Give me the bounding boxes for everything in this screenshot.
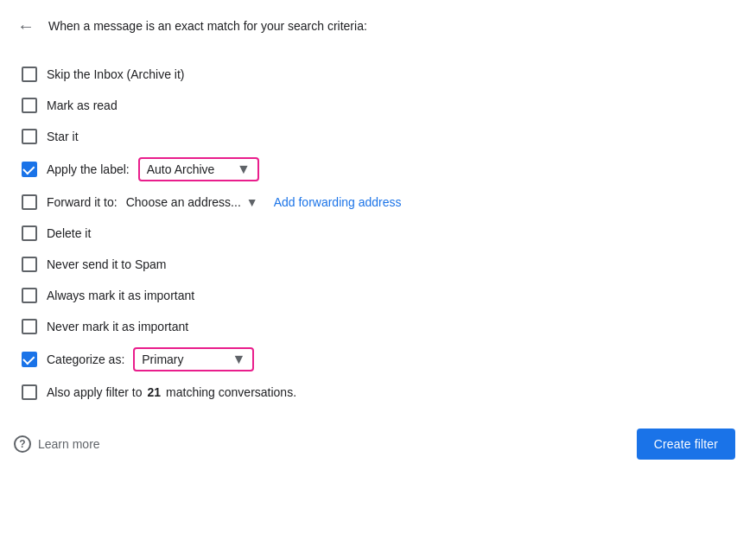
back-arrow-icon[interactable]: ← — [14, 14, 38, 38]
also-apply-label: Also apply filter to 21 matching convers… — [47, 385, 296, 399]
apply-label-text: Apply the label: — [47, 162, 130, 176]
categorize-as-select[interactable]: Primary ▼ — [133, 347, 254, 371]
never-important-checkbox[interactable] — [22, 319, 37, 334]
also-apply-checkbox-wrapper[interactable] — [21, 384, 38, 401]
header-description: When a message is an exact match for you… — [48, 19, 367, 33]
forward-it-label: Forward it to: — [47, 195, 118, 209]
forward-dropdown-icon: ▼ — [246, 195, 258, 209]
option-star-it: Star it — [21, 121, 735, 152]
mark-as-read-checkbox[interactable] — [22, 98, 37, 113]
learn-more-text: Learn more — [38, 437, 100, 451]
always-important-checkbox-wrapper[interactable] — [21, 287, 38, 304]
skip-inbox-checkbox[interactable] — [22, 67, 37, 82]
forward-row-content: Forward it to: Choose an address... ▼ Ad… — [47, 192, 402, 213]
header-row: ← When a message is an exact match for y… — [14, 14, 735, 38]
apply-label-checkbox[interactable] — [22, 162, 37, 177]
star-it-label: Star it — [47, 130, 79, 143]
categorize-as-checkbox[interactable] — [22, 352, 37, 367]
add-forwarding-address-link[interactable]: Add forwarding address — [274, 195, 402, 209]
page-container: ← When a message is an exact match for y… — [0, 0, 756, 480]
apply-label-checkbox-wrapper[interactable] — [21, 161, 38, 178]
delete-it-checkbox[interactable] — [22, 225, 37, 241]
categorize-as-select-value: Primary — [142, 352, 225, 366]
apply-label-dropdown-icon: ▼ — [237, 162, 251, 176]
help-icon: ? — [14, 435, 31, 453]
option-delete-it: Delete it — [21, 218, 735, 249]
option-forward-it: Forward it to: Choose an address... ▼ Ad… — [21, 187, 735, 218]
never-important-checkbox-wrapper[interactable] — [21, 318, 38, 335]
skip-inbox-checkbox-wrapper[interactable] — [21, 66, 38, 83]
never-spam-checkbox[interactable] — [22, 257, 37, 272]
create-filter-button[interactable]: Create filter — [637, 429, 735, 460]
mark-as-read-checkbox-wrapper[interactable] — [21, 97, 38, 114]
delete-it-label: Delete it — [47, 226, 91, 240]
always-important-checkbox[interactable] — [22, 288, 37, 303]
option-also-apply: Also apply filter to 21 matching convers… — [21, 377, 735, 408]
categorize-as-dropdown-icon: ▼ — [232, 352, 245, 366]
option-skip-inbox: Skip the Inbox (Archive it) — [21, 59, 735, 90]
never-spam-label: Never send it to Spam — [47, 257, 167, 271]
apply-label-select[interactable]: Auto Archive ▼ — [138, 157, 259, 181]
option-never-spam: Never send it to Spam — [21, 249, 735, 280]
never-spam-checkbox-wrapper[interactable] — [21, 256, 38, 273]
option-never-important: Never mark it as important — [21, 311, 735, 342]
categorize-as-checkbox-wrapper[interactable] — [21, 351, 38, 368]
option-categorize-as: Categorize as: Primary ▼ — [21, 342, 735, 377]
forward-address-dropdown[interactable]: Choose an address... ▼ — [123, 192, 262, 213]
forward-address-text: Choose an address... — [126, 195, 241, 209]
also-apply-checkbox[interactable] — [22, 384, 37, 400]
footer-row: ? Learn more Create filter — [14, 422, 735, 460]
never-important-label: Never mark it as important — [47, 320, 188, 333]
filter-options-list: Skip the Inbox (Archive it) Mark as read… — [14, 59, 735, 408]
star-it-checkbox[interactable] — [22, 129, 37, 144]
option-mark-as-read: Mark as read — [21, 90, 735, 121]
option-always-important: Always mark it as important — [21, 280, 735, 311]
delete-it-checkbox-wrapper[interactable] — [21, 225, 38, 242]
categorize-as-text: Categorize as: — [47, 352, 124, 366]
skip-inbox-label: Skip the Inbox (Archive it) — [47, 67, 185, 81]
forward-it-checkbox[interactable] — [22, 194, 37, 210]
forward-it-checkbox-wrapper[interactable] — [21, 194, 38, 211]
mark-as-read-label: Mark as read — [47, 98, 118, 112]
star-it-checkbox-wrapper[interactable] — [21, 128, 38, 145]
always-important-label: Always mark it as important — [47, 289, 194, 302]
option-apply-label: Apply the label: Auto Archive ▼ — [21, 152, 735, 187]
learn-more-section[interactable]: ? Learn more — [14, 435, 100, 453]
apply-label-select-value: Auto Archive — [147, 162, 230, 176]
